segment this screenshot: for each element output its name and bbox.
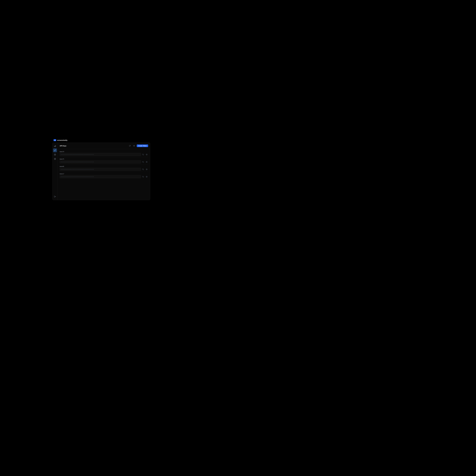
token-field[interactable] bbox=[60, 168, 141, 171]
token-row bbox=[60, 153, 148, 156]
copy-icon bbox=[142, 161, 144, 163]
app-container: screenshotify bbox=[52, 138, 150, 200]
token-settings-button[interactable] bbox=[145, 175, 148, 178]
svg-rect-1 bbox=[55, 146, 55, 147]
token-item: token85 bbox=[60, 165, 148, 172]
token-item: token79 bbox=[60, 150, 148, 157]
token-field[interactable] bbox=[60, 153, 141, 156]
visibility-button[interactable] bbox=[132, 144, 136, 147]
content-header: API Keys Create Token bbox=[58, 143, 150, 149]
refresh-button[interactable] bbox=[128, 144, 132, 147]
logo-icon bbox=[53, 139, 56, 141]
token-settings-button[interactable] bbox=[145, 168, 148, 171]
settings-circle-icon bbox=[146, 161, 147, 163]
eye-icon bbox=[133, 145, 135, 147]
svg-point-13 bbox=[147, 169, 147, 170]
svg-point-15 bbox=[147, 176, 147, 177]
page-title: API Keys bbox=[60, 145, 66, 147]
svg-point-5 bbox=[55, 159, 55, 159]
main-layout: API Keys Create Token bbox=[52, 143, 150, 200]
sidebar-item-logout[interactable] bbox=[53, 195, 57, 199]
sidebar-item-settings[interactable] bbox=[53, 157, 57, 161]
logout-icon bbox=[54, 196, 56, 198]
svg-point-4 bbox=[54, 154, 56, 154]
key-icon bbox=[54, 149, 56, 151]
sidebar-item-api-keys[interactable] bbox=[53, 148, 57, 152]
copy-token-button[interactable] bbox=[142, 160, 145, 163]
svg-rect-14 bbox=[143, 176, 144, 177]
token-name: token79 bbox=[60, 151, 148, 152]
sidebar-item-storage[interactable] bbox=[53, 153, 57, 156]
copy-token-button[interactable] bbox=[142, 168, 145, 171]
svg-point-9 bbox=[147, 154, 147, 155]
token-field[interactable] bbox=[60, 175, 141, 178]
copy-token-button[interactable] bbox=[142, 175, 145, 178]
header-actions: Create Token bbox=[128, 144, 148, 147]
sidebar-item-analytics[interactable] bbox=[53, 144, 57, 148]
settings-circle-icon bbox=[146, 169, 147, 170]
token-settings-button[interactable] bbox=[145, 153, 148, 156]
logo-bar: screenshotify bbox=[52, 138, 150, 143]
svg-point-11 bbox=[147, 162, 147, 162]
token-settings-button[interactable] bbox=[145, 160, 148, 163]
token-name: token75 bbox=[60, 158, 148, 160]
refresh-icon bbox=[129, 145, 131, 147]
svg-rect-2 bbox=[54, 146, 55, 147]
sidebar bbox=[52, 143, 58, 200]
svg-rect-8 bbox=[143, 154, 144, 155]
sidebar-bottom bbox=[53, 195, 57, 199]
token-item: token17 bbox=[60, 172, 148, 179]
logo-dot-3 bbox=[55, 140, 56, 140]
svg-rect-12 bbox=[143, 169, 144, 170]
chart-bar-icon bbox=[54, 145, 56, 147]
logo-dot-1 bbox=[54, 140, 54, 140]
settings-circle-icon bbox=[146, 154, 147, 155]
settings-circle-icon bbox=[146, 176, 147, 178]
app-name: screenshotify bbox=[57, 139, 68, 141]
settings-icon bbox=[54, 158, 56, 160]
tokens-list: token79 bbox=[58, 149, 150, 180]
token-item: token75 bbox=[60, 157, 148, 165]
copy-icon bbox=[142, 169, 144, 170]
token-row bbox=[60, 175, 148, 178]
svg-rect-0 bbox=[55, 145, 56, 147]
copy-token-button[interactable] bbox=[142, 153, 145, 156]
create-token-button[interactable]: Create Token bbox=[137, 144, 148, 147]
svg-point-7 bbox=[134, 146, 134, 146]
token-name: token85 bbox=[60, 166, 148, 167]
logo-dot-2 bbox=[55, 140, 55, 140]
database-icon bbox=[54, 154, 56, 155]
copy-icon bbox=[142, 154, 144, 155]
content-area: API Keys Create Token bbox=[58, 143, 150, 200]
token-field[interactable] bbox=[60, 160, 141, 163]
token-row bbox=[60, 160, 148, 163]
copy-icon bbox=[142, 176, 144, 178]
svg-rect-10 bbox=[143, 162, 144, 162]
token-row bbox=[60, 168, 148, 171]
token-name: token17 bbox=[60, 173, 148, 174]
